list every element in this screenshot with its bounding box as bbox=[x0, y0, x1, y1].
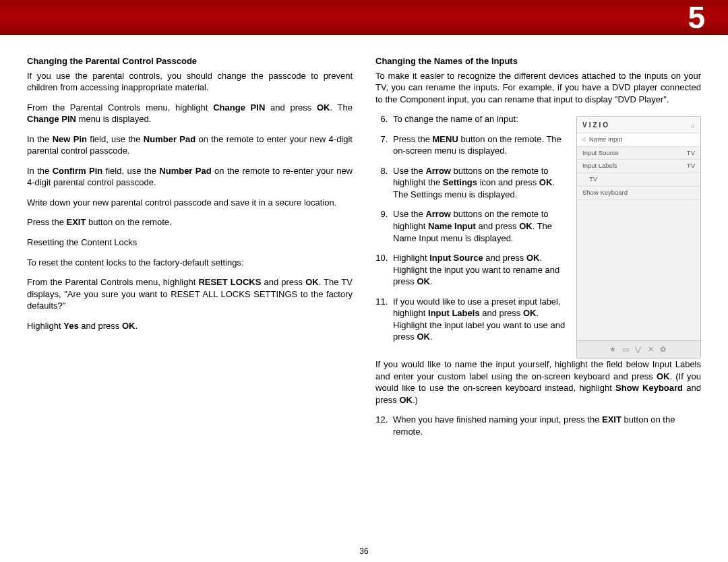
bold: EXIT bbox=[67, 217, 86, 227]
para: From the Parental Controls menu, highlig… bbox=[27, 276, 353, 312]
text: and press bbox=[476, 221, 519, 231]
text: To change the name of an input: bbox=[393, 114, 518, 124]
text: .) bbox=[413, 395, 418, 405]
text: From the Parental Controls menu, highlig… bbox=[27, 102, 213, 113]
text: and press bbox=[261, 277, 305, 287]
osd-row: TV bbox=[577, 173, 700, 187]
right-column: Changing the Names of the Inputs To make… bbox=[375, 55, 701, 445]
bold: OK bbox=[526, 253, 540, 263]
para: Press the EXIT button on the remote. bbox=[27, 216, 353, 228]
bold: OK bbox=[122, 321, 135, 331]
bold: OK bbox=[519, 221, 533, 231]
text: When you have finished naming your input… bbox=[393, 414, 602, 425]
bold: New Pin bbox=[53, 134, 87, 144]
text: . bbox=[430, 276, 433, 286]
home-icon: ⌂ bbox=[691, 121, 695, 130]
osd-row-label: Show Keyboard bbox=[582, 189, 628, 197]
bold: Show Keyboard bbox=[615, 383, 683, 393]
chapter-number: 5 bbox=[688, 0, 705, 35]
text: Press the bbox=[393, 134, 433, 144]
text: and press bbox=[265, 102, 317, 113]
bold: OK bbox=[657, 371, 670, 381]
text: field, use the bbox=[102, 166, 159, 176]
text: In the bbox=[27, 166, 53, 176]
page-number: 36 bbox=[359, 546, 368, 557]
text: and press bbox=[483, 253, 526, 263]
text: and press bbox=[480, 308, 523, 318]
osd-footer-icons: ★ ▭ ⋁ ✕ ✿ bbox=[577, 340, 700, 358]
bold: EXIT bbox=[602, 414, 621, 425]
osd-rows: Input Source TV Input Labels TV TV Show … bbox=[577, 147, 700, 200]
steps-list-cont: When you have finished naming your input… bbox=[375, 414, 701, 437]
bold: OK bbox=[523, 308, 537, 318]
text: and press bbox=[79, 321, 122, 331]
text: In the bbox=[27, 134, 53, 144]
text: field, use the bbox=[87, 134, 144, 144]
para: Highlight Yes and press OK. bbox=[27, 320, 353, 332]
text: button on the remote. bbox=[86, 217, 171, 227]
osd-row: Input Source TV bbox=[577, 147, 700, 160]
text: menu is displayed. bbox=[76, 114, 151, 124]
osd-row: Input Labels TV bbox=[577, 160, 700, 173]
bold: Number Pad bbox=[144, 134, 195, 144]
heading-parental: Changing the Parental Control Passcode bbox=[27, 55, 353, 67]
osd-fill bbox=[577, 200, 700, 341]
heading-inputs: Changing the Names of the Inputs bbox=[375, 55, 701, 67]
bold: OK bbox=[417, 276, 430, 286]
bold: Number Pad bbox=[159, 166, 211, 176]
text: Use the bbox=[393, 166, 425, 176]
osd-crumb-label: Name Input bbox=[589, 135, 622, 144]
text: From the Parental Controls menu, highlig… bbox=[27, 277, 198, 287]
text: icon and press bbox=[477, 177, 539, 187]
text: Use the bbox=[393, 209, 425, 219]
text: . The bbox=[330, 102, 353, 113]
osd-breadcrumb: ◁ Name Input bbox=[577, 133, 700, 147]
bold: Confirm Pin bbox=[53, 166, 102, 176]
osd-row-label: Input Source bbox=[582, 149, 619, 158]
list-item: When you have finished naming your input… bbox=[390, 414, 701, 437]
para: To make it easier to recognize the diffe… bbox=[375, 70, 701, 106]
bold: Arrow bbox=[425, 209, 451, 219]
bold: Name Input bbox=[428, 221, 476, 231]
bold: RESET LOCKS bbox=[198, 277, 261, 287]
osd-row-label: Input Labels bbox=[582, 162, 617, 170]
text: Press the bbox=[27, 217, 67, 227]
para: From the Parental Controls menu, highlig… bbox=[27, 102, 353, 125]
osd-row-value: TV bbox=[687, 149, 695, 158]
bold: OK bbox=[399, 395, 413, 405]
bold: Input Labels bbox=[428, 308, 480, 318]
back-icon: ◁ bbox=[581, 136, 585, 144]
bold: OK bbox=[417, 332, 430, 342]
osd-brand: VIZIO bbox=[582, 121, 610, 130]
bold: OK bbox=[305, 277, 319, 287]
bold: Input Source bbox=[429, 253, 483, 263]
para: In the Confirm Pin field, use the Number… bbox=[27, 165, 353, 189]
osd-header: VIZIO ⌂ bbox=[577, 117, 700, 133]
bold: Arrow bbox=[425, 166, 451, 176]
bold: Settings bbox=[443, 177, 477, 187]
bold: OK bbox=[317, 102, 330, 113]
para: In the New Pin field, use the Number Pad… bbox=[27, 133, 353, 157]
para: Resetting the Content Locks bbox=[27, 237, 353, 249]
bold: Yes bbox=[63, 321, 78, 331]
bold: MENU bbox=[433, 134, 458, 144]
osd-panel: VIZIO ⌂ ◁ Name Input Input Source TV Inp… bbox=[576, 116, 701, 358]
osd-row: Show Keyboard bbox=[577, 187, 700, 200]
chapter-header: 5 bbox=[0, 0, 728, 35]
text: If you would like to name the input your… bbox=[375, 359, 701, 381]
para: To reset the content locks to the factor… bbox=[27, 257, 353, 269]
para: If you use the parental controls, you sh… bbox=[27, 70, 353, 94]
text: . bbox=[135, 321, 138, 331]
bold: Change PIN bbox=[213, 102, 265, 113]
page-body: Changing the Parental Control Passcode I… bbox=[0, 35, 728, 445]
bold: Change PIN bbox=[27, 114, 76, 124]
text: Highlight bbox=[27, 321, 63, 331]
para: If you would like to name the input your… bbox=[375, 358, 701, 406]
left-column: Changing the Parental Control Passcode I… bbox=[27, 55, 353, 445]
text: . bbox=[430, 332, 433, 342]
osd-row-value: TV bbox=[687, 162, 695, 170]
osd-row-label: TV bbox=[582, 175, 597, 184]
text: Highlight bbox=[393, 253, 429, 263]
para: Write down your new parental control pas… bbox=[27, 197, 353, 209]
bold: OK bbox=[539, 177, 553, 187]
